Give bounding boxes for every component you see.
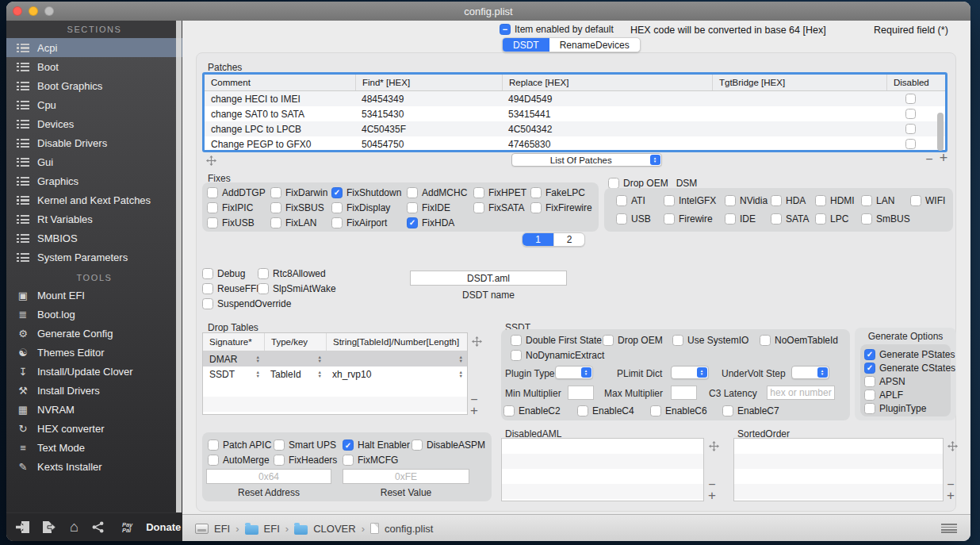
item-enabled-checkbox[interactable]: Item enabled by default <box>500 24 614 35</box>
sidebar-tool-install-drivers[interactable]: ⚒Install Drivers <box>6 381 182 400</box>
table-row[interactable]: Change PEGP to GFX0 50454750 47465830 <box>205 136 945 152</box>
stepper-icon[interactable]: ▲▼ <box>459 370 463 378</box>
stepper-icon[interactable]: ▲▼ <box>256 355 260 363</box>
sidebar-tool-nvram[interactable]: ▦NVRAM <box>6 400 182 419</box>
sidebar-tool-boot-log[interactable]: ≣Boot.log <box>6 305 182 324</box>
checkbox-rtc8allowed[interactable]: Rtc8Allowed <box>258 268 326 279</box>
plimit-dict-select[interactable]: ▲▼ <box>671 366 709 379</box>
sidebar-tool-mount-efi[interactable]: ▣Mount EFI <box>6 286 182 305</box>
menu-icon[interactable] <box>941 524 957 533</box>
close-button[interactable] <box>13 6 22 16</box>
stepper-icon[interactable]: ▲▼ <box>318 355 322 363</box>
checkbox-generate-cstates[interactable]: Generate CStates <box>864 361 951 374</box>
tab-dsdt[interactable]: DSDT <box>503 38 549 52</box>
checkbox-apsn[interactable]: APSN <box>864 374 951 388</box>
move-handle-icon[interactable] <box>947 441 958 451</box>
c3-latency-field[interactable] <box>767 386 835 400</box>
sidebar-item-devices[interactable]: Devices <box>6 114 182 133</box>
min-multiplier-field[interactable] <box>568 386 594 400</box>
checkbox-intelgfx[interactable]: IntelGFX <box>664 195 725 206</box>
column-header[interactable]: Signature* <box>203 333 264 351</box>
paypal-icon[interactable]: PayPal <box>122 522 132 533</box>
checkbox-fixsata[interactable]: FixSATA <box>473 202 530 213</box>
undervolt-step-select[interactable]: ▲▼ <box>791 366 829 379</box>
max-multiplier-field[interactable] <box>671 386 697 400</box>
checkbox-fixhda[interactable]: FixHDA <box>407 217 454 228</box>
sidebar-item-boot-graphics[interactable]: Boot Graphics <box>6 76 182 95</box>
checkbox-fixdisplay[interactable]: FixDisplay <box>331 202 407 213</box>
checkbox-double-first-state[interactable]: Double First State <box>511 335 602 346</box>
sidebar-tool-generate-config[interactable]: ⚙Generate Config <box>6 324 182 343</box>
zoom-button[interactable] <box>44 6 54 16</box>
checkbox-smbus[interactable]: SmBUS <box>861 213 910 225</box>
sidebar-item-system-parameters[interactable]: System Parameters <box>6 248 182 267</box>
checkbox-fixsbus[interactable]: FixSBUS <box>270 202 331 213</box>
checkbox-ati[interactable]: ATI <box>616 195 664 206</box>
disabled-checkbox[interactable] <box>905 139 916 149</box>
checkbox-fixipic[interactable]: FixIPIC <box>207 202 270 213</box>
breadcrumb-item[interactable]: EFI <box>214 523 230 535</box>
checkbox-fixusb[interactable]: FixUSB <box>207 217 270 228</box>
checkbox-enablec6[interactable]: EnableC6 <box>650 405 707 416</box>
add-disabledaml-button[interactable]: + <box>706 490 718 501</box>
sidebar-item-graphics[interactable]: Graphics <box>6 171 182 190</box>
checkbox-suspendoverride[interactable]: SuspendOverride <box>202 298 291 309</box>
sidebar-tool-text-mode[interactable]: ≡Text Mode <box>6 438 182 457</box>
disabled-checkbox[interactable] <box>905 109 916 119</box>
move-handle-icon[interactable] <box>709 441 719 451</box>
move-handle-icon[interactable] <box>472 336 482 347</box>
column-header[interactable]: Replace [HEX] <box>502 75 712 90</box>
breadcrumb-item[interactable]: EFI <box>264 523 280 535</box>
checkbox-patch-apic[interactable]: Patch APIC <box>208 439 271 451</box>
checkbox-aplf[interactable]: APLF <box>864 388 951 401</box>
table-row[interactable]: SSDT▲▼ TableId▲▼ xh_rvp10▲▼ <box>203 367 467 382</box>
checkbox-fixfirewire[interactable]: FixFirewire <box>530 202 592 213</box>
checkbox-fixlan[interactable]: FixLAN <box>270 217 331 228</box>
checkbox-smart-ups[interactable]: Smart UPS <box>274 439 336 451</box>
checkbox-fixhpet[interactable]: FixHPET <box>473 187 530 198</box>
export-config-icon[interactable] <box>43 521 56 533</box>
page-1-button[interactable]: 1 <box>523 233 553 246</box>
disabledaml-list[interactable] <box>501 438 704 501</box>
move-handle-icon[interactable] <box>206 155 216 166</box>
sidebar-item-gui[interactable]: Gui <box>6 152 182 171</box>
checkbox-hdmi[interactable]: HDMI <box>815 195 861 206</box>
checkbox-fixdarwin[interactable]: FixDarwin <box>270 187 331 198</box>
sidebar-item-disable-drivers[interactable]: Disable Drivers <box>6 133 182 152</box>
breadcrumb-item[interactable]: CLOVER <box>313 523 355 535</box>
checkbox-addmchc[interactable]: AddMCHC <box>407 187 473 198</box>
column-header[interactable]: Disabled <box>886 75 934 90</box>
checkbox-plugintype[interactable]: PluginType <box>864 401 951 415</box>
reset-address-field[interactable] <box>206 469 331 484</box>
column-header[interactable]: String[TableId]/Number[Length] <box>326 333 467 351</box>
share-icon[interactable] <box>92 521 104 533</box>
checkbox-halt-enabler[interactable]: Halt Enabler <box>343 439 410 451</box>
sortedorder-list[interactable] <box>733 438 944 501</box>
checkbox-lpc[interactable]: LPC <box>815 213 861 225</box>
donate-button[interactable]: Donate <box>146 521 181 533</box>
disabled-checkbox[interactable] <box>905 94 916 104</box>
tab-renamedevices[interactable]: RenameDevices <box>549 38 640 52</box>
plugin-type-select[interactable]: ▲▼ <box>555 366 593 379</box>
add-drop-table-button[interactable]: + <box>468 405 480 416</box>
titlebar[interactable]: config.plist <box>6 2 970 21</box>
checkbox-firewire[interactable]: Firewire <box>664 213 725 225</box>
checkbox-use-systemio[interactable]: Use SystemIO <box>672 335 748 346</box>
list-of-patches-select[interactable]: List Of Patches ▲▼ <box>511 153 662 167</box>
add-patch-button[interactable]: + <box>937 152 950 163</box>
checkbox-generate-pstates[interactable]: Generate PStates <box>864 347 951 361</box>
checkbox-hda[interactable]: HDA <box>771 195 815 206</box>
stepper-icon[interactable]: ▲▼ <box>459 355 463 363</box>
checkbox-nooemtableid[interactable]: NoOemTableId <box>760 335 838 346</box>
disabled-checkbox[interactable] <box>905 124 916 134</box>
table-row[interactable]: DMAR▲▼ ▲▼ ▲▼ <box>203 351 467 367</box>
column-header[interactable]: Find* [HEX] <box>355 75 502 90</box>
sidebar-item-smbios[interactable]: SMBIOS <box>6 228 182 248</box>
import-config-icon[interactable] <box>16 521 29 533</box>
reset-value-field[interactable] <box>343 469 469 484</box>
checkbox-disableaspm[interactable]: DisableASPM <box>412 439 485 451</box>
checkbox-fixheaders[interactable]: FixHeaders <box>274 455 337 466</box>
add-sortedorder-button[interactable]: + <box>944 490 957 501</box>
table-row[interactable]: change SAT0 to SATA 53415430 53415441 <box>205 106 945 121</box>
checkbox-fixshutdown[interactable]: FixShutdown <box>331 187 407 198</box>
